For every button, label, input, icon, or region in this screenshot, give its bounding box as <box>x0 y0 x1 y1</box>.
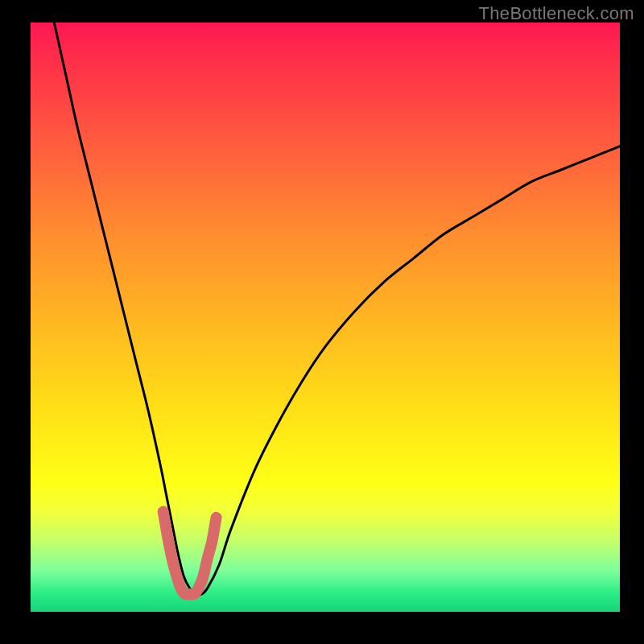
chart-frame: TheBottleneck.com <box>0 0 644 644</box>
plot-area <box>31 23 620 612</box>
watermark-text: TheBottleneck.com <box>479 3 634 24</box>
curve-layer <box>31 23 620 612</box>
bottleneck-curve-path <box>54 23 620 595</box>
